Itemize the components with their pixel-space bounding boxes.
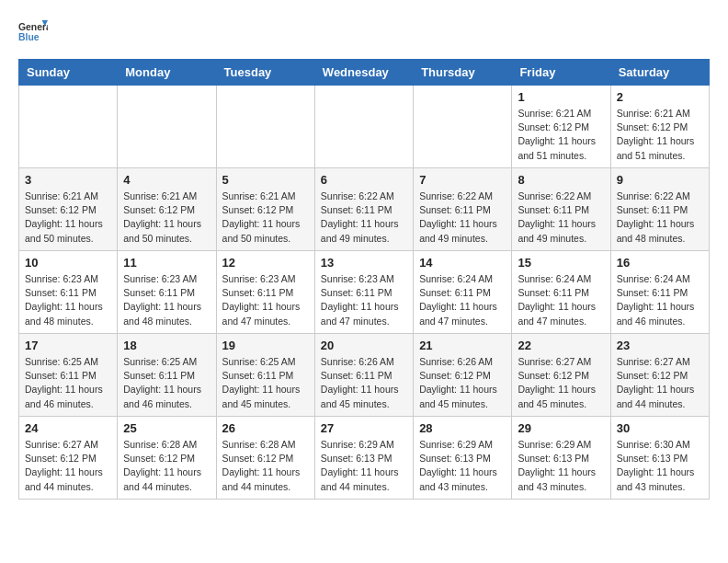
day-info: Sunrise: 6:25 AM Sunset: 6:11 PM Dayligh… — [25, 355, 111, 411]
day-number: 27 — [321, 421, 407, 435]
calendar-cell — [19, 86, 118, 168]
calendar-cell: 22Sunrise: 6:27 AM Sunset: 6:12 PM Dayli… — [512, 334, 610, 417]
day-info: Sunrise: 6:24 AM Sunset: 6:11 PM Dayligh… — [617, 272, 703, 328]
calendar-cell: 29Sunrise: 6:29 AM Sunset: 6:13 PM Dayli… — [512, 417, 610, 500]
day-info: Sunrise: 6:27 AM Sunset: 6:12 PM Dayligh… — [617, 355, 703, 411]
day-info: Sunrise: 6:29 AM Sunset: 6:13 PM Dayligh… — [518, 438, 604, 494]
calendar-cell: 10Sunrise: 6:23 AM Sunset: 6:11 PM Dayli… — [19, 251, 118, 334]
calendar-cell: 30Sunrise: 6:30 AM Sunset: 6:13 PM Dayli… — [610, 417, 709, 500]
day-info: Sunrise: 6:29 AM Sunset: 6:13 PM Dayligh… — [321, 438, 407, 494]
day-number: 17 — [25, 339, 111, 352]
day-info: Sunrise: 6:26 AM Sunset: 6:12 PM Dayligh… — [419, 355, 506, 411]
day-info: Sunrise: 6:24 AM Sunset: 6:11 PM Dayligh… — [419, 272, 506, 328]
day-info: Sunrise: 6:27 AM Sunset: 6:12 PM Dayligh… — [518, 355, 604, 411]
calendar-cell: 23Sunrise: 6:27 AM Sunset: 6:12 PM Dayli… — [610, 334, 709, 417]
calendar-cell: 21Sunrise: 6:26 AM Sunset: 6:12 PM Dayli… — [414, 334, 512, 417]
day-number: 28 — [419, 421, 506, 435]
calendar-cell: 9Sunrise: 6:22 AM Sunset: 6:11 PM Daylig… — [610, 168, 709, 251]
day-info: Sunrise: 6:22 AM Sunset: 6:11 PM Dayligh… — [617, 190, 703, 246]
day-number: 4 — [123, 173, 210, 187]
calendar-cell: 2Sunrise: 6:21 AM Sunset: 6:12 PM Daylig… — [610, 86, 709, 168]
day-number: 29 — [518, 421, 604, 435]
calendar-cell: 1Sunrise: 6:21 AM Sunset: 6:12 PM Daylig… — [512, 86, 610, 168]
day-number: 1 — [518, 90, 604, 104]
day-number: 24 — [25, 421, 111, 435]
calendar-cell: 28Sunrise: 6:29 AM Sunset: 6:13 PM Dayli… — [414, 417, 512, 500]
calendar-week-row: 3Sunrise: 6:21 AM Sunset: 6:12 PM Daylig… — [19, 168, 710, 251]
day-info: Sunrise: 6:21 AM Sunset: 6:12 PM Dayligh… — [123, 190, 210, 246]
day-number: 7 — [419, 173, 506, 187]
day-number: 8 — [518, 173, 604, 187]
calendar-cell: 4Sunrise: 6:21 AM Sunset: 6:12 PM Daylig… — [118, 168, 216, 251]
day-info: Sunrise: 6:23 AM Sunset: 6:11 PM Dayligh… — [321, 272, 407, 328]
day-info: Sunrise: 6:23 AM Sunset: 6:11 PM Dayligh… — [123, 272, 210, 328]
day-header-monday: Monday — [118, 60, 216, 86]
calendar-header-row: SundayMondayTuesdayWednesdayThursdayFrid… — [19, 60, 710, 86]
calendar-cell — [414, 86, 512, 168]
page-header: General Blue — [18, 18, 710, 44]
day-number: 18 — [123, 339, 210, 352]
day-info: Sunrise: 6:22 AM Sunset: 6:11 PM Dayligh… — [419, 190, 506, 246]
day-info: Sunrise: 6:28 AM Sunset: 6:12 PM Dayligh… — [222, 438, 309, 494]
day-number: 26 — [222, 421, 309, 435]
day-number: 5 — [222, 173, 309, 187]
calendar-cell: 5Sunrise: 6:21 AM Sunset: 6:12 PM Daylig… — [216, 168, 314, 251]
calendar-cell — [118, 86, 216, 168]
calendar-cell: 24Sunrise: 6:27 AM Sunset: 6:12 PM Dayli… — [19, 417, 118, 500]
day-info: Sunrise: 6:30 AM Sunset: 6:13 PM Dayligh… — [617, 438, 703, 494]
day-number: 19 — [222, 339, 309, 352]
calendar-cell: 25Sunrise: 6:28 AM Sunset: 6:12 PM Dayli… — [118, 417, 216, 500]
calendar-cell: 27Sunrise: 6:29 AM Sunset: 6:13 PM Dayli… — [314, 417, 413, 500]
day-header-friday: Friday — [512, 60, 610, 86]
day-number: 10 — [25, 256, 111, 270]
day-info: Sunrise: 6:29 AM Sunset: 6:13 PM Dayligh… — [419, 438, 506, 494]
day-number: 16 — [617, 256, 703, 270]
svg-text:General: General — [18, 22, 48, 32]
calendar-table: SundayMondayTuesdayWednesdayThursdayFrid… — [18, 59, 710, 500]
calendar-cell: 3Sunrise: 6:21 AM Sunset: 6:12 PM Daylig… — [19, 168, 118, 251]
logo-icon: General Blue — [18, 18, 48, 44]
day-number: 14 — [419, 256, 506, 270]
calendar-cell: 26Sunrise: 6:28 AM Sunset: 6:12 PM Dayli… — [216, 417, 314, 500]
calendar-cell: 7Sunrise: 6:22 AM Sunset: 6:11 PM Daylig… — [414, 168, 512, 251]
day-number: 25 — [123, 421, 210, 435]
day-number: 2 — [617, 90, 703, 104]
calendar-cell: 8Sunrise: 6:22 AM Sunset: 6:11 PM Daylig… — [512, 168, 610, 251]
day-info: Sunrise: 6:21 AM Sunset: 6:12 PM Dayligh… — [25, 190, 111, 246]
day-header-thursday: Thursday — [414, 60, 512, 86]
logo: General Blue — [18, 18, 48, 44]
day-header-saturday: Saturday — [610, 60, 709, 86]
calendar-cell: 16Sunrise: 6:24 AM Sunset: 6:11 PM Dayli… — [610, 251, 709, 334]
day-header-sunday: Sunday — [19, 60, 118, 86]
calendar-cell: 6Sunrise: 6:22 AM Sunset: 6:11 PM Daylig… — [314, 168, 413, 251]
calendar-cell — [216, 86, 314, 168]
calendar-cell: 14Sunrise: 6:24 AM Sunset: 6:11 PM Dayli… — [414, 251, 512, 334]
day-info: Sunrise: 6:26 AM Sunset: 6:11 PM Dayligh… — [321, 355, 407, 411]
calendar-week-row: 10Sunrise: 6:23 AM Sunset: 6:11 PM Dayli… — [19, 251, 710, 334]
day-header-wednesday: Wednesday — [314, 60, 413, 86]
day-info: Sunrise: 6:21 AM Sunset: 6:12 PM Dayligh… — [518, 107, 604, 163]
calendar-cell: 11Sunrise: 6:23 AM Sunset: 6:11 PM Dayli… — [118, 251, 216, 334]
day-number: 11 — [123, 256, 210, 270]
calendar-cell: 12Sunrise: 6:23 AM Sunset: 6:11 PM Dayli… — [216, 251, 314, 334]
svg-text:Blue: Blue — [18, 32, 40, 42]
day-info: Sunrise: 6:23 AM Sunset: 6:11 PM Dayligh… — [222, 272, 309, 328]
day-info: Sunrise: 6:21 AM Sunset: 6:12 PM Dayligh… — [617, 107, 703, 163]
day-info: Sunrise: 6:23 AM Sunset: 6:11 PM Dayligh… — [25, 272, 111, 328]
calendar-cell: 13Sunrise: 6:23 AM Sunset: 6:11 PM Dayli… — [314, 251, 413, 334]
day-number: 6 — [321, 173, 407, 187]
calendar-cell: 18Sunrise: 6:25 AM Sunset: 6:11 PM Dayli… — [118, 334, 216, 417]
day-number: 30 — [617, 421, 703, 435]
day-number: 20 — [321, 339, 407, 352]
calendar-week-row: 17Sunrise: 6:25 AM Sunset: 6:11 PM Dayli… — [19, 334, 710, 417]
day-header-tuesday: Tuesday — [216, 60, 314, 86]
calendar-week-row: 1Sunrise: 6:21 AM Sunset: 6:12 PM Daylig… — [19, 86, 710, 168]
day-info: Sunrise: 6:22 AM Sunset: 6:11 PM Dayligh… — [321, 190, 407, 246]
calendar-cell — [314, 86, 413, 168]
calendar-week-row: 24Sunrise: 6:27 AM Sunset: 6:12 PM Dayli… — [19, 417, 710, 500]
day-info: Sunrise: 6:25 AM Sunset: 6:11 PM Dayligh… — [123, 355, 210, 411]
calendar-cell: 20Sunrise: 6:26 AM Sunset: 6:11 PM Dayli… — [314, 334, 413, 417]
day-number: 21 — [419, 339, 506, 352]
day-info: Sunrise: 6:22 AM Sunset: 6:11 PM Dayligh… — [518, 190, 604, 246]
day-number: 3 — [25, 173, 111, 187]
